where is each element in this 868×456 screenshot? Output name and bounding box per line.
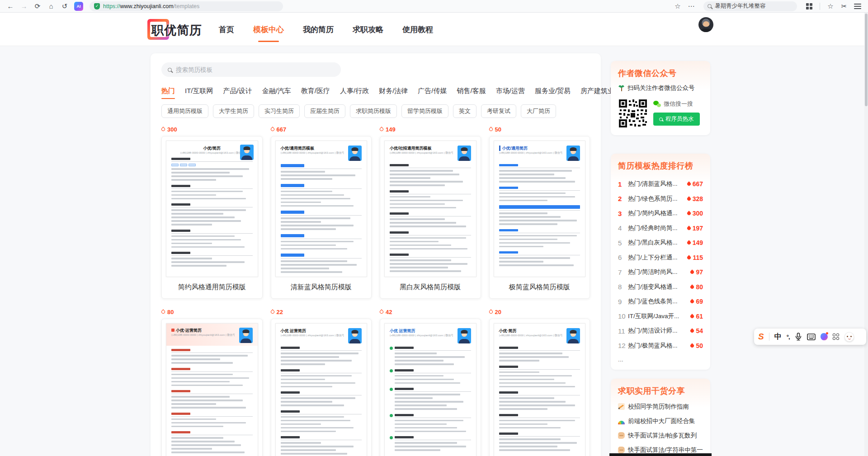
tab-service-trade[interactable]: 服务业/贸易	[535, 87, 571, 99]
more-dots-icon[interactable]: ⋯	[685, 1, 697, 11]
tip-link[interactable]: 快手面试算法/帕多瓦数列	[618, 431, 703, 440]
flame-icon	[686, 226, 691, 230]
pill-general[interactable]: 通用简历模版	[161, 104, 208, 118]
ai-assistant-icon[interactable]: AI	[74, 2, 83, 11]
resume-thumbnail[interactable]: 小优/社招通用简历模板 (+86)188-0000-0000 | zhiyouj…	[384, 141, 476, 277]
nav-my-resume[interactable]: 我的简历	[302, 14, 335, 46]
resume-thumbnail[interactable]: 小优/通用简历 (+86)188-0000-0000 | zhiyoujianl…	[494, 141, 586, 277]
tab-realestate[interactable]: 房产建筑业	[580, 87, 614, 99]
ime-punctuation-toggle[interactable]: °,	[787, 334, 790, 340]
ranking-item[interactable]: 5 热门/黑白灰风格... 149	[618, 235, 703, 250]
tab-finance-auto[interactable]: 金融/汽车	[262, 87, 291, 99]
resume-thumbnail[interactable]: 小优·简历 (+86)188-0000-0000 | zhiyoujianli@…	[494, 323, 586, 456]
flame-icon	[690, 284, 695, 289]
tip-link[interactable]: 校招同学简历制作指南	[618, 402, 703, 411]
template-card[interactable]: 小优·简历 (+86)188-0000-0000 | zhiyoujianli@…	[489, 319, 590, 456]
tip-link[interactable]: 前端校招中大厂面经合集	[618, 416, 703, 426]
address-bar[interactable]: https://www.zhiyoujianli.com/templates	[90, 1, 283, 11]
pill-jobhunt[interactable]: 求职简历模版	[350, 104, 397, 118]
ranking-item[interactable]: 1 热门/清新蓝风格... 667	[618, 177, 703, 192]
wechat-panel: 作者微信公众号 扫码关注作者微信公众号	[611, 61, 710, 135]
tab-finance-law[interactable]: 财务/法律	[379, 87, 408, 99]
resume-thumbnail[interactable]: 小优/简历 (+86)188-0000-0000 | zhiyoujianli@…	[166, 141, 258, 277]
tab-edu-medical[interactable]: 教育/医疗	[301, 87, 330, 99]
back-icon[interactable]: ←	[5, 1, 16, 11]
heat-count: 149	[380, 125, 481, 133]
pill-graduate[interactable]: 应届生简历	[304, 104, 345, 118]
template-search-input[interactable]	[176, 66, 335, 73]
flame-icon	[690, 329, 695, 334]
menu-icon[interactable]	[852, 1, 863, 11]
user-avatar[interactable]	[698, 17, 713, 32]
tab-product-design[interactable]: 产品/设计	[223, 87, 252, 99]
template-card[interactable]: 小优/通用简历 (+86)188-0000-0000 | zhiyoujianl…	[489, 136, 590, 299]
wechat-account-button[interactable]: 程序员热水	[653, 113, 700, 126]
pill-intern[interactable]: 实习生简历	[259, 104, 300, 118]
ranking-item[interactable]: 11 热门/简洁设计师... 54	[618, 324, 703, 338]
sogou-logo-icon[interactable]: S	[758, 332, 764, 342]
pill-english[interactable]: 英文	[453, 104, 476, 118]
forward-icon[interactable]: →	[18, 1, 30, 11]
ime-assistant-icon[interactable]	[844, 332, 854, 342]
tab-ad-media[interactable]: 广告/传媒	[418, 87, 447, 99]
flame-icon	[690, 299, 695, 304]
ssl-shield-icon[interactable]	[94, 3, 100, 9]
tab-sales-service[interactable]: 销售/客服	[457, 87, 486, 99]
home-icon[interactable]: ⌂	[45, 1, 57, 11]
ranking-more[interactable]: ...	[618, 356, 703, 363]
resume-thumbnail[interactable]: 小优 运营简历 (+86)188-0000-0000 | zhiyoujianl…	[384, 323, 476, 456]
pill-college[interactable]: 大学生简历	[213, 104, 254, 118]
template-search-bar[interactable]	[161, 62, 341, 77]
pill-postgrad[interactable]: 考研复试	[481, 104, 516, 118]
ranking-item[interactable]: 7 热门/简洁时尚风... 97	[618, 265, 703, 280]
ime-apps-grid-icon[interactable]	[833, 334, 840, 340]
template-card[interactable]: 小优 运营简历 (+86)188-0000-0000 | zhiyoujianl…	[271, 319, 372, 456]
site-logo[interactable]: 职优简历	[147, 18, 229, 41]
template-card[interactable]: 小优/通用简历模板 (+86)188-0000-0000 | zhiyoujia…	[271, 136, 372, 299]
scrollbar-thumb[interactable]	[865, 14, 868, 106]
ranking-item[interactable]: 2 热门/绿色系简历... 328	[618, 192, 703, 207]
ranking-item[interactable]: 12 热门/极简蓝风格... 50	[618, 338, 703, 353]
tab-market-ops[interactable]: 市场/运营	[496, 87, 525, 99]
ranking-item[interactable]: 9 热门/蓝色线条简... 69	[618, 294, 703, 309]
screenshot-scissors-icon[interactable]: ✂	[838, 1, 850, 11]
template-card[interactable]: 小优·运营简历 (+86)188-0000-0000 | zhiyoujianl…	[161, 319, 263, 456]
search-icon	[708, 4, 712, 8]
nav-home[interactable]: 首页	[218, 14, 235, 46]
resume-thumbnail[interactable]: 小优 运营简历 (+86)188-0000-0000 | zhiyoujianl…	[275, 323, 368, 456]
tab-it[interactable]: IT/互联网	[185, 87, 213, 99]
resume-thumbnail[interactable]: 小优/通用简历模板 (+86)188-0000-0000 | zhiyoujia…	[275, 141, 368, 277]
resume-avatar	[458, 146, 471, 161]
toolbar-divider	[820, 3, 820, 10]
keyboard-icon[interactable]	[807, 334, 816, 340]
nav-job-strategy[interactable]: 求职攻略	[352, 14, 384, 46]
pill-abroad[interactable]: 留学简历模版	[401, 104, 448, 118]
template-card[interactable]: 小优/社招通用简历模板 (+86)188-0000-0000 | zhiyouj…	[380, 136, 481, 299]
ranking-item[interactable]: 4 热门/经典时尚简... 197	[618, 221, 703, 236]
template-cell: 20 小优·简历 (+86)188-0000-0000 | zhiyoujian…	[489, 308, 590, 456]
resume-thumbnail[interactable]: 小优·运营简历 (+86)188-0000-0000 | zhiyoujianl…	[166, 323, 258, 456]
pill-bigtech[interactable]: 大厂简历	[521, 104, 556, 118]
search-icon	[168, 68, 172, 72]
browser-search-box[interactable]: 暑期青少年扎堆整容	[703, 1, 797, 11]
heat-count: 667	[271, 125, 372, 133]
apps-grid-icon[interactable]	[803, 1, 815, 11]
template-card[interactable]: 小优 运营简历 (+86)188-0000-0000 | zhiyoujianl…	[380, 319, 481, 456]
nav-template-center[interactable]: 模板中心	[252, 14, 285, 46]
flame-icon	[379, 309, 384, 314]
favorites-list-icon[interactable]: ☆	[825, 1, 836, 11]
nav-tutorial[interactable]: 使用教程	[401, 14, 434, 46]
reload-icon[interactable]: ⟳	[32, 1, 43, 11]
ranking-item[interactable]: 8 热门/渐变风格通... 80	[618, 280, 703, 295]
ranking-item[interactable]: 10 IT/互联网/Java开... 61	[618, 309, 703, 324]
tab-hot[interactable]: 热门	[161, 87, 175, 99]
template-card[interactable]: 小优/简历 (+86)188-0000-0000 | zhiyoujianli@…	[161, 136, 263, 299]
ime-skin-icon[interactable]	[821, 333, 828, 340]
tab-hr-admin[interactable]: 人事/行政	[340, 87, 369, 99]
microphone-icon[interactable]	[795, 333, 802, 341]
ranking-item[interactable]: 6 热门/上下分栏通... 115	[618, 250, 703, 265]
bookmark-star-icon[interactable]: ☆	[672, 1, 684, 11]
ranking-item[interactable]: 3 热门/简约风格通... 300	[618, 206, 703, 221]
history-icon[interactable]: ↺	[59, 1, 71, 11]
ime-language-toggle[interactable]: 中	[774, 332, 782, 342]
